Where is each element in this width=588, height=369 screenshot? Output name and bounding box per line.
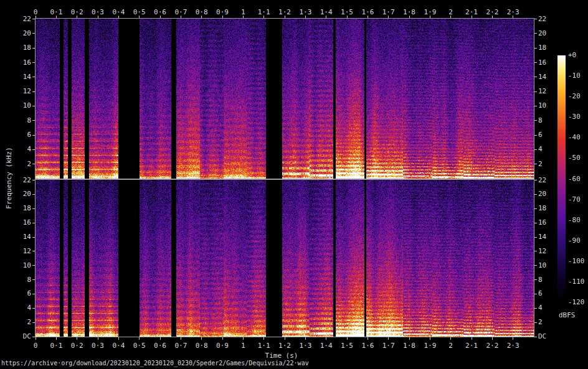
freq-tick-label-left: 6 — [27, 290, 31, 297]
time-tick-label-top: 1·4 — [320, 8, 333, 16]
tick-mark — [32, 322, 35, 323]
spectrogram-canvas-channel-1 — [36, 19, 534, 179]
time-tick-label-top: 1·3 — [299, 8, 311, 16]
tick-mark — [534, 135, 537, 136]
freq-tick-label-left: 14 — [23, 233, 31, 241]
tick-mark — [534, 149, 537, 150]
time-tick-label-bottom: 0·5 — [133, 342, 146, 350]
tick-mark — [32, 62, 35, 63]
time-tick-label-top: 0·5 — [133, 8, 146, 16]
freq-tick-label-left: 4 — [27, 146, 31, 153]
tick-mark — [409, 337, 410, 340]
time-tick-label-bottom: 1·9 — [424, 342, 436, 350]
time-tick-label-top: 1·5 — [341, 8, 353, 16]
tick-mark — [430, 337, 430, 340]
colorbar-tick-label: -40 — [568, 134, 581, 141]
colorbar-tick-label: -110 — [568, 278, 585, 286]
freq-tick-label-right: 16 — [538, 219, 546, 227]
tick-mark — [534, 265, 537, 266]
freq-tick-label-right: 18 — [538, 205, 546, 212]
spectrogram-channel-1 — [35, 18, 534, 179]
time-tick-label-bottom: 2·1 — [465, 342, 478, 350]
tick-mark — [534, 33, 537, 34]
tick-mark — [160, 337, 161, 340]
freq-tick-label-left: 18 — [23, 44, 31, 52]
time-tick-label-bottom: 1·4 — [320, 342, 333, 350]
time-tick-label-bottom: 1·5 — [341, 342, 353, 350]
freq-tick-label-right: 8 — [538, 117, 543, 124]
tick-mark — [534, 106, 537, 106]
time-tick-label-bottom: 1·8 — [403, 342, 415, 350]
colorbar-tick-label: -120 — [568, 299, 585, 306]
freq-tick-label-left: 2 — [27, 319, 31, 326]
tick-mark — [32, 251, 35, 251]
time-tick-label-bottom: 2·3 — [507, 342, 519, 350]
freq-tick-label-left: DC — [23, 333, 31, 340]
freq-tick-label-left: 22 — [23, 16, 31, 23]
freq-tick-label-left: 20 — [23, 190, 31, 198]
tick-mark — [534, 294, 537, 294]
colorbar-tick-label: -60 — [568, 175, 581, 183]
time-tick-label-top: 0·2 — [71, 8, 83, 16]
time-tick-label-top: 0 — [34, 8, 38, 16]
tick-mark — [534, 308, 537, 309]
freq-tick-label-right: 6 — [538, 131, 543, 139]
freq-tick-label-left: 16 — [23, 59, 31, 67]
freq-tick-label-left: 10 — [23, 102, 31, 110]
tick-mark — [32, 149, 35, 150]
tick-mark — [534, 322, 537, 323]
freq-tick-label-right: 16 — [538, 59, 546, 67]
time-tick-label-top: 1·9 — [424, 8, 436, 16]
tick-mark — [513, 337, 513, 340]
time-tick-label-top: 1·8 — [403, 8, 415, 16]
time-tick-label-top: 0·1 — [50, 8, 62, 16]
tick-mark — [347, 337, 348, 340]
tick-mark — [534, 251, 537, 251]
tick-mark — [492, 337, 493, 340]
tick-mark — [32, 48, 35, 49]
tick-mark — [201, 337, 202, 340]
time-tick-label-bottom: 0·9 — [216, 342, 229, 350]
freq-tick-label-right: 6 — [538, 290, 543, 297]
tick-mark — [32, 106, 35, 106]
time-tick-label-bottom: 1·2 — [278, 342, 291, 350]
time-tick-label-top: 1 — [241, 8, 245, 16]
freq-tick-label-right: 2 — [538, 319, 543, 326]
tick-mark — [32, 223, 35, 223]
tick-mark — [534, 223, 537, 223]
time-tick-label-top: 1·2 — [278, 8, 291, 16]
tick-mark — [32, 33, 35, 34]
tick-mark — [32, 91, 35, 92]
freq-tick-label-left: 10 — [23, 262, 31, 269]
tick-mark — [534, 194, 537, 195]
freq-tick-label-right: 10 — [538, 262, 546, 269]
tick-mark — [534, 237, 537, 238]
time-tick-label-bottom: 1·6 — [361, 342, 374, 350]
tick-mark — [285, 337, 285, 340]
tick-mark — [534, 208, 537, 209]
time-tick-label-top: 1·1 — [258, 8, 270, 16]
tick-mark — [32, 265, 35, 266]
freq-tick-label-right: 4 — [538, 146, 543, 153]
tick-mark — [534, 19, 537, 19]
tick-mark — [118, 337, 119, 340]
tick-mark — [32, 308, 35, 309]
x-axis-label: Time (s) — [265, 352, 298, 360]
tick-mark — [36, 337, 36, 340]
freq-tick-label-left: 4 — [27, 304, 31, 312]
tick-mark — [472, 337, 472, 340]
freq-tick-label-left: 6 — [27, 131, 31, 139]
tick-mark — [534, 77, 537, 77]
time-tick-label-bottom: 1·3 — [299, 342, 311, 350]
time-tick-label-top: 0·8 — [196, 8, 208, 16]
tick-mark — [32, 135, 35, 136]
time-tick-label-top: 2·1 — [465, 8, 478, 16]
spectrogram-channel-2 — [35, 179, 534, 337]
freq-tick-label-right: 12 — [538, 248, 546, 255]
freq-tick-label-left: 18 — [23, 205, 31, 212]
tick-mark — [368, 337, 368, 340]
freq-tick-label-left: 20 — [23, 30, 31, 37]
time-tick-label-top: 2·2 — [486, 8, 498, 16]
time-tick-label-bottom: 1 — [241, 342, 245, 350]
freq-tick-label-left: 8 — [27, 276, 31, 284]
